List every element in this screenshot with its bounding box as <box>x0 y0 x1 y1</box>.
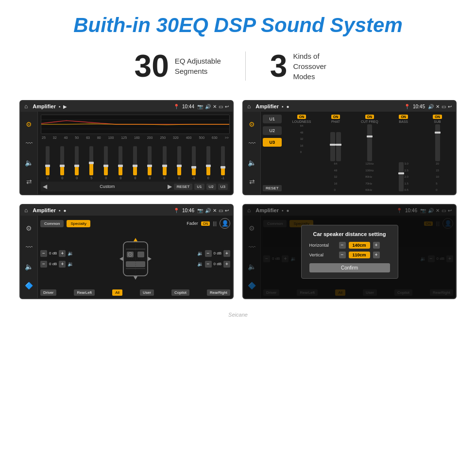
location-icon-2: 📍 <box>404 104 410 109</box>
ch-plus-bl[interactable]: + <box>59 261 66 268</box>
eq-slider-10[interactable]: -1 <box>192 146 196 180</box>
eq-slider-6[interactable]: 0 <box>133 146 137 180</box>
eq-slider-1[interactable]: 0 <box>60 146 64 180</box>
horizontal-plus[interactable]: + <box>373 242 380 249</box>
eq-sidebar-icon[interactable]: ⚙ <box>24 118 34 130</box>
vertical-minus[interactable]: − <box>339 252 346 258</box>
eq-sb-3[interactable]: ⚙ <box>24 222 34 234</box>
home-icon-1[interactable]: ⌂ <box>24 103 28 110</box>
fader-label: Fader <box>187 221 198 226</box>
ch-control-bl: − 0 dB + 🔉 <box>40 261 73 268</box>
cutfreq-on[interactable]: ON <box>365 115 374 119</box>
wave-sb-3[interactable]: 〰 <box>24 241 34 253</box>
sub-on[interactable]: ON <box>433 115 442 119</box>
ch-val-br: 0 dB <box>214 262 221 266</box>
horizontal-minus[interactable]: − <box>339 242 346 249</box>
phat-slider[interactable] <box>330 132 335 161</box>
svg-marker-16 <box>119 257 123 261</box>
eq-next-btn[interactable]: ▶ <box>168 183 172 190</box>
common-btn[interactable]: Common <box>40 220 64 227</box>
fader-on[interactable]: ON <box>201 221 210 226</box>
back-icon-3[interactable]: ↩ <box>225 208 229 213</box>
x-icon-3[interactable]: ✕ <box>213 208 217 213</box>
fader-main: − 0 dB + 🔉 − 0 dB + 🔉 <box>40 231 230 287</box>
screen2-title: Amplifier <box>255 103 279 109</box>
arrow-sidebar-icon[interactable]: ⇄ <box>24 176 34 187</box>
eq-slider-8[interactable]: 0 <box>163 146 167 180</box>
home-icon-2[interactable]: ⌂ <box>247 103 251 110</box>
eq-u3-btn[interactable]: U3 <box>218 184 228 190</box>
eq-u2-btn[interactable]: U2 <box>206 184 216 190</box>
screen-crossover: ⌂ Amplifier ▪ ● 📍 10:45 🔊 ✕ ▭ ↩ ⚙ 〰 🔈 ⇄ <box>242 100 457 195</box>
x-icon-2[interactable]: ✕ <box>436 104 440 109</box>
cutfreq-slider[interactable] <box>367 124 372 161</box>
eq-slider-9[interactable]: 0 <box>177 146 181 180</box>
eq-slider-2[interactable]: 0 <box>75 146 79 180</box>
bt-sb-3[interactable]: 🔷 <box>23 280 35 291</box>
screen-icon-1: ▭ <box>219 104 223 109</box>
ch-minus-tl[interactable]: − <box>40 250 47 257</box>
bass-on[interactable]: ON <box>399 115 408 119</box>
wave-sidebar-icon-2[interactable]: 〰 <box>247 137 257 149</box>
ch-plus-br[interactable]: + <box>223 261 230 268</box>
ch-plus-tl[interactable]: + <box>59 250 66 257</box>
ch-plus-tr[interactable]: + <box>223 250 230 257</box>
confirm-button[interactable]: Confirm <box>309 263 390 272</box>
camera-icon-3: 📷 <box>197 208 203 213</box>
loudness-on[interactable]: ON <box>297 115 306 119</box>
eq-slider-7[interactable]: 0 <box>148 146 152 180</box>
left-sidebar-2: ⚙ 〰 🔈 ⇄ <box>243 112 261 194</box>
preset-u2[interactable]: U2 <box>263 126 282 135</box>
bass-slider1[interactable] <box>399 162 404 191</box>
preset-u3[interactable]: U3 <box>263 138 282 147</box>
speaker-icon-bl: 🔉 <box>68 261 73 267</box>
vertical-value[interactable]: 110cm <box>349 252 370 258</box>
sub-slider[interactable] <box>435 124 440 161</box>
wave-sidebar-icon[interactable]: 〰 <box>24 137 34 149</box>
stat-eq-segments: 30 EQ AdjustableSegments <box>110 51 245 82</box>
all-btn[interactable]: All <box>112 289 122 296</box>
specialty-btn[interactable]: Specialty <box>67 220 90 227</box>
ch-minus-br[interactable]: − <box>205 261 212 268</box>
driver-btn[interactable]: Driver <box>40 289 56 296</box>
user-btn[interactable]: User <box>140 289 154 296</box>
phat-slider2[interactable] <box>336 132 341 161</box>
speaker-icon-tl: 🔉 <box>68 251 73 256</box>
crossover-reset-btn[interactable]: RESET <box>263 185 282 191</box>
speaker-sidebar-icon-2[interactable]: 🔈 <box>246 157 258 169</box>
speaker-sidebar-icon[interactable]: 🔈 <box>23 157 35 169</box>
right-controls: 🔉 − 0 dB + 🔉 − 0 dB + <box>197 250 230 268</box>
eq-slider-3[interactable]: 5 <box>89 146 93 180</box>
eq-sidebar-icon-2[interactable]: ⚙ <box>247 118 257 130</box>
rearright-btn[interactable]: RearRight <box>207 289 230 296</box>
horizontal-value[interactable]: 140cm <box>349 242 370 249</box>
eq-slider-4[interactable]: 0 <box>104 146 108 180</box>
channel-sub: ON SUB 20151050 <box>421 115 454 191</box>
phat-on[interactable]: ON <box>331 115 340 119</box>
crossover-area: U1 U2 U3 RESET ON LOUDNESS 644832160 <box>261 112 456 194</box>
copilot-btn[interactable]: Copilot <box>171 289 189 296</box>
dialog-vertical-row: Vertical − 110cm + <box>309 252 390 258</box>
speaker-sb-3[interactable]: 🔈 <box>23 261 35 272</box>
fader-bars: ||| <box>213 221 217 226</box>
status-bar-2: ⌂ Amplifier ▪ ● 📍 10:45 🔊 ✕ ▭ ↩ <box>243 101 456 112</box>
vertical-plus[interactable]: + <box>373 252 380 258</box>
back-icon-2[interactable]: ↩ <box>448 104 452 109</box>
eq-u1-btn[interactable]: U1 <box>194 184 204 190</box>
back-icon-1[interactable]: ↩ <box>225 104 229 109</box>
ch-minus-bl[interactable]: − <box>40 261 47 268</box>
eq-reset-btn[interactable]: RESET <box>174 184 193 190</box>
rearleft-btn[interactable]: RearLeft <box>74 289 95 296</box>
eq-slider-12[interactable]: -1 <box>221 146 225 180</box>
arrow-sidebar-icon-2[interactable]: ⇄ <box>247 176 257 187</box>
eq-slider-11[interactable]: 0 <box>206 146 210 180</box>
eq-slider-0[interactable]: 0 <box>46 146 50 180</box>
ch-minus-tr[interactable]: − <box>205 250 212 257</box>
home-icon-3[interactable]: ⌂ <box>24 207 28 214</box>
x-icon-1[interactable]: ✕ <box>213 104 217 109</box>
time-3: 10:46 <box>182 208 194 213</box>
eq-prev-btn[interactable]: ◀ <box>43 183 47 190</box>
preset-u1[interactable]: U1 <box>263 115 282 123</box>
eq-slider-5[interactable]: 0 <box>119 146 122 180</box>
cutfreq-scale: 125Hz100Hz80Hz70Hz60Hz <box>365 162 374 191</box>
